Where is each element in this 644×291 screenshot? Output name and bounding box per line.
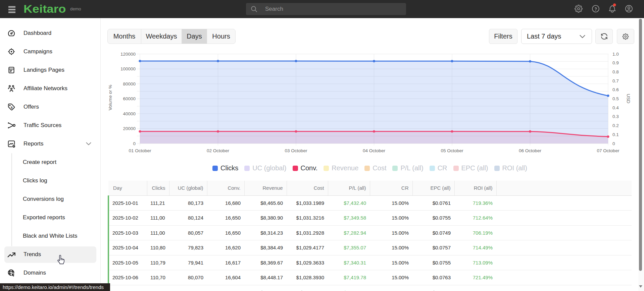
svg-text:40000: 40000 [123, 111, 136, 116]
svg-text:0.9: 0.9 [612, 60, 619, 65]
svg-text:0.6: 0.6 [612, 87, 619, 92]
svg-text:100000: 100000 [120, 66, 136, 71]
svg-text:80000: 80000 [123, 81, 136, 86]
svg-text:06 October: 06 October [519, 148, 541, 153]
svg-text:0.4: 0.4 [612, 105, 619, 110]
svg-text:0.1: 0.1 [612, 132, 619, 137]
svg-text:120000: 120000 [120, 52, 136, 57]
svg-text:$: $ [11, 106, 13, 109]
svg-text:0.2: 0.2 [612, 123, 619, 128]
svg-text:0.8: 0.8 [612, 69, 619, 74]
svg-text:20000: 20000 [123, 126, 136, 131]
svg-text:0.5: 0.5 [612, 96, 619, 101]
svg-text:Volume or %: Volume or % [108, 85, 113, 111]
svg-text:05 October: 05 October [441, 148, 463, 153]
svg-text:0: 0 [133, 141, 136, 146]
svg-text:04 October: 04 October [363, 148, 385, 153]
svg-text:01 October: 01 October [129, 148, 151, 153]
svg-text:0.7: 0.7 [612, 78, 619, 83]
svg-text:0.3: 0.3 [612, 114, 619, 119]
svg-text:03 October: 03 October [285, 148, 307, 153]
svg-text:1.0: 1.0 [612, 52, 619, 57]
svg-text:02 October: 02 October [207, 148, 229, 153]
svg-text:60000: 60000 [123, 96, 136, 101]
svg-text:07 October: 07 October [597, 148, 620, 153]
svg-text:0: 0 [612, 141, 615, 146]
svg-text:USD: USD [626, 94, 631, 104]
